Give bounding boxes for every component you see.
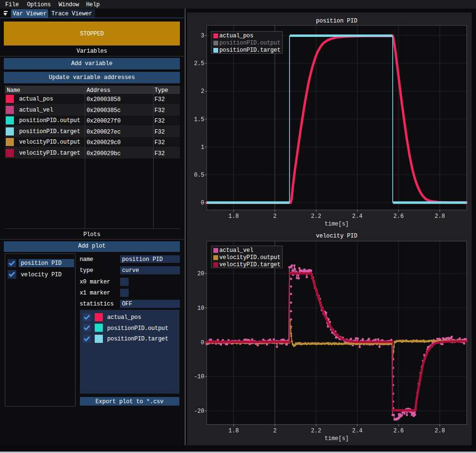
svg-text:20: 20	[198, 271, 204, 277]
svg-text:2: 2	[201, 88, 204, 95]
svg-text:2.5: 2.5	[194, 60, 204, 67]
svg-text:3: 3	[201, 33, 204, 39]
svg-text:time[s]: time[s]	[324, 221, 348, 227]
svg-text:2.4: 2.4	[352, 213, 363, 220]
svg-text:10: 10	[198, 305, 204, 312]
svg-text:2.6: 2.6	[393, 428, 404, 434]
svg-text:2.2: 2.2	[311, 428, 321, 434]
svg-text:2.8: 2.8	[434, 213, 445, 220]
svg-text:time[s]: time[s]	[324, 435, 348, 442]
svg-text:0: 0	[201, 340, 204, 346]
svg-text:0.5: 0.5	[194, 172, 204, 179]
svg-text:2.6: 2.6	[393, 213, 404, 220]
svg-text:velocity PID: velocity PID	[316, 233, 357, 239]
svg-text:2.8: 2.8	[434, 428, 445, 434]
svg-text:1.5: 1.5	[194, 116, 204, 123]
svg-text:2: 2	[273, 428, 277, 434]
svg-text:2.4: 2.4	[352, 428, 363, 434]
svg-text:position PID: position PID	[316, 18, 357, 24]
svg-text:2.2: 2.2	[311, 213, 321, 220]
svg-text:1: 1	[201, 144, 204, 151]
svg-text:-20: -20	[194, 408, 204, 415]
svg-text:2: 2	[273, 213, 277, 220]
svg-text:1.8: 1.8	[228, 428, 239, 434]
svg-text:1.8: 1.8	[228, 213, 239, 220]
svg-text:-10: -10	[194, 374, 204, 380]
svg-text:0: 0	[201, 200, 204, 206]
